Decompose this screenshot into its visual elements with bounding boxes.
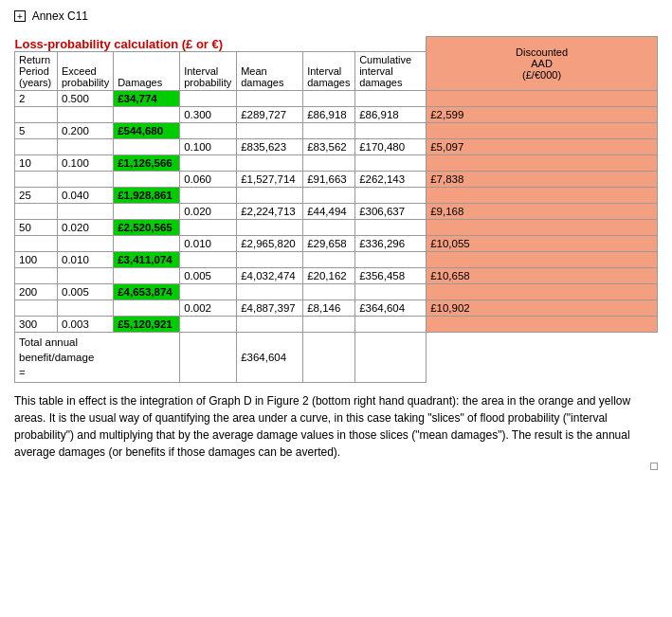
interval-prob-cell: [180, 251, 237, 267]
damages-cell: £34,774: [114, 90, 180, 106]
add-icon[interactable]: +: [14, 10, 26, 22]
cumulative-damages-cell: £170,480: [355, 138, 427, 154]
damages-cell: £5,120,921: [114, 316, 180, 332]
damages-cell: £1,928,861: [114, 187, 180, 203]
damages-cell: £1,126,566: [114, 154, 180, 171]
mean-damages-cell: £2,965,820: [237, 235, 303, 251]
interval-prob-cell: [180, 187, 237, 203]
return-period-cell: [15, 203, 58, 219]
mean-damages-cell: £4,032,474: [237, 267, 303, 283]
mean-damages-cell: £835,623: [237, 138, 303, 154]
exceed-prob-cell: 0.200: [58, 122, 114, 138]
mean-damages-cell: [237, 187, 303, 203]
interval-damages-cell: £8,146: [303, 299, 355, 316]
damages-cell: £2,520,565: [114, 219, 180, 235]
interval-prob-cell: 0.100: [180, 138, 237, 154]
interval-damages-cell: [303, 219, 355, 235]
interval-damages-cell: [303, 122, 355, 138]
discounted-aad-cell: [427, 122, 658, 138]
interval-prob-cell: 0.300: [180, 106, 237, 122]
damages-cell: £4,653,874: [114, 283, 180, 299]
mean-damages-cell: [237, 316, 303, 332]
return-period-cell: 300: [15, 316, 58, 332]
discounted-aad-cell: [427, 90, 658, 106]
discounted-aad-cell: [427, 219, 658, 235]
damages-cell: £544,680: [114, 122, 180, 138]
title-text: Annex C11: [32, 9, 88, 23]
col-interval-prob-header: Intervalprobability: [180, 51, 237, 90]
return-period-cell: 100: [15, 251, 58, 267]
col-interval-dmg-header: Intervaldamages: [303, 51, 355, 90]
return-period-cell: 25: [15, 187, 58, 203]
exceed-prob-cell: 0.040: [58, 187, 114, 203]
interval-prob-cell: [180, 90, 237, 106]
interval-damages-cell: [303, 154, 355, 171]
col-return-header: ReturnPeriod(years): [15, 51, 58, 90]
exceed-prob-cell: [58, 267, 114, 283]
damages-cell: [114, 203, 180, 219]
discounted-aad-cell: £9,168: [427, 203, 658, 219]
interval-prob-cell: 0.020: [180, 203, 237, 219]
cumulative-damages-cell: [355, 187, 427, 203]
discounted-aad-cell: £5,097: [427, 138, 658, 154]
exceed-prob-cell: 0.005: [58, 283, 114, 299]
interval-prob-cell: [180, 316, 237, 332]
interval-damages-cell: £83,562: [303, 138, 355, 154]
interval-prob-cell: 0.060: [180, 171, 237, 187]
mean-damages-cell: £4,887,397: [237, 299, 303, 316]
description-text: This table in effect is the integration …: [14, 392, 658, 461]
cumulative-damages-cell: £306,637: [355, 203, 427, 219]
exceed-prob-cell: [58, 138, 114, 154]
section-title: Loss-probability calculation (£ or €): [15, 37, 224, 51]
exceed-prob-cell: [58, 235, 114, 251]
damages-cell: [114, 299, 180, 316]
interval-prob-cell: 0.005: [180, 267, 237, 283]
cumulative-damages-cell: £364,604: [355, 299, 427, 316]
discounted-aad-cell: £10,902: [427, 299, 658, 316]
discounted-aad-cell: [427, 316, 658, 332]
mean-damages-cell: £2,224,713: [237, 203, 303, 219]
total-empty-3: [355, 332, 427, 382]
interval-prob-cell: 0.010: [180, 235, 237, 251]
discounted-header: DiscountedAAD(£/€000): [427, 37, 658, 91]
total-empty-1: [180, 332, 237, 382]
return-period-cell: [15, 235, 58, 251]
col-exceed-header: Exceedprobability: [58, 51, 114, 90]
total-value-cell: £364,604: [237, 332, 303, 382]
exceed-prob-cell: 0.100: [58, 154, 114, 171]
return-period-cell: [15, 171, 58, 187]
interval-damages-cell: £29,658: [303, 235, 355, 251]
discounted-aad-cell: £2,599: [427, 106, 658, 122]
cumulative-damages-cell: £262,143: [355, 171, 427, 187]
mean-damages-cell: [237, 251, 303, 267]
discounted-aad-cell: £10,658: [427, 267, 658, 283]
damages-cell: [114, 171, 180, 187]
damages-cell: £3,411,074: [114, 251, 180, 267]
exceed-prob-cell: [58, 106, 114, 122]
small-square-icon: [650, 463, 658, 470]
return-period-cell: 10: [15, 154, 58, 171]
interval-damages-cell: £20,162: [303, 267, 355, 283]
return-period-cell: [15, 138, 58, 154]
return-period-cell: 5: [15, 122, 58, 138]
total-label-cell: Total annual benefit/damage =: [15, 332, 180, 382]
return-period-cell: [15, 299, 58, 316]
cumulative-damages-cell: [355, 219, 427, 235]
cumulative-damages-cell: [355, 90, 427, 106]
cumulative-damages-cell: £356,458: [355, 267, 427, 283]
interval-prob-cell: [180, 154, 237, 171]
discounted-aad-cell: £10,055: [427, 235, 658, 251]
interval-damages-cell: [303, 90, 355, 106]
discounted-aad-cell: £7,838: [427, 171, 658, 187]
cumulative-damages-cell: [355, 251, 427, 267]
total-empty-2: [303, 332, 355, 382]
interval-damages-cell: [303, 316, 355, 332]
exceed-prob-cell: [58, 299, 114, 316]
interval-prob-cell: [180, 122, 237, 138]
return-period-cell: 2: [15, 90, 58, 106]
annex-title: + Annex C11: [14, 9, 658, 23]
exceed-prob-cell: 0.020: [58, 219, 114, 235]
interval-damages-cell: £86,918: [303, 106, 355, 122]
damages-cell: [114, 235, 180, 251]
discounted-aad-cell: [427, 283, 658, 299]
